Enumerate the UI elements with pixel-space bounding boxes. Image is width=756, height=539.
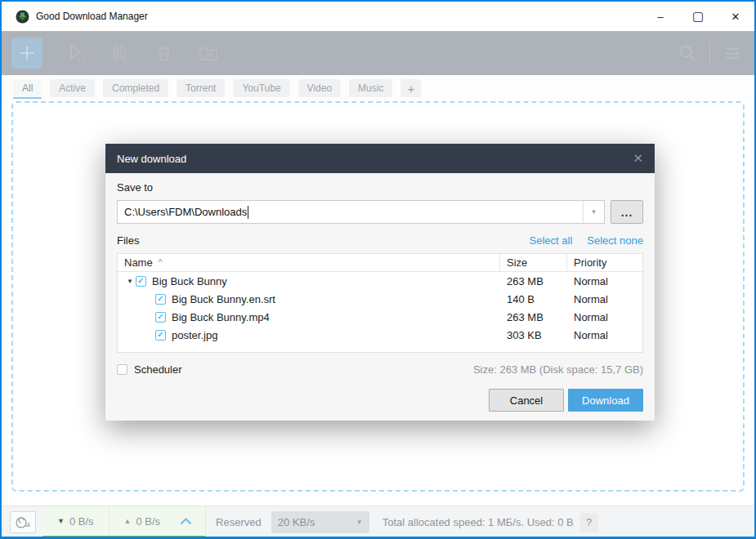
titlebar: Good Download Manager – ▢ ✕ <box>2 2 754 31</box>
file-size: 303 KB <box>500 326 567 344</box>
new-download-dialog: New download ✕ Save to C:\Users\FDM\Down… <box>105 144 655 421</box>
open-folder-button[interactable] <box>198 42 219 64</box>
table-row[interactable]: ✓ Big Buck Bunny.mp4 263 MB Normal <box>118 308 642 326</box>
files-table: Name ^ Size Priority ▼ ✓ Big Buck Bunny … <box>117 253 643 353</box>
dialog-header: New download ✕ <box>105 144 655 173</box>
hamburger-icon <box>722 43 742 63</box>
snail-mode-button[interactable] <box>10 511 36 533</box>
toolbar-right <box>677 41 754 65</box>
play-icon <box>65 42 87 64</box>
file-name: Big Buck Bunny <box>152 275 227 287</box>
dialog-close-icon[interactable]: ✕ <box>633 151 643 166</box>
chevron-up-icon <box>180 518 192 525</box>
row-checkbox-checked[interactable]: ✓ <box>155 294 166 305</box>
maximize-button[interactable]: ▢ <box>679 2 717 31</box>
window-controls: – ▢ ✕ <box>642 2 754 31</box>
save-path-input[interactable]: C:\Users\FDM\Downloads ▼ <box>117 200 605 224</box>
tab-all[interactable]: All <box>13 79 42 97</box>
save-to-label: Save to <box>117 181 643 194</box>
download-button[interactable]: Download <box>568 389 643 412</box>
file-name: Big Buck Bunny.mp4 <box>172 311 270 323</box>
tab-youtube[interactable]: YouTube <box>233 79 289 97</box>
file-size: 263 MB <box>500 308 567 326</box>
file-priority: Normal <box>567 326 642 344</box>
pause-all-button[interactable] <box>110 42 131 64</box>
download-arrow-icon: ▼ <box>57 517 65 525</box>
reserved-speed-dropdown[interactable]: 20 KB/s ▼ <box>271 511 369 533</box>
file-priority: Normal <box>567 290 642 308</box>
table-header-row: Name ^ Size Priority <box>118 254 642 272</box>
tab-completed[interactable]: Completed <box>103 79 168 97</box>
tab-video[interactable]: Video <box>298 79 341 97</box>
table-row[interactable]: ✓ poster.jpg 303 KB Normal <box>118 326 642 344</box>
table-row[interactable]: ✓ Big Buck Bunny.en.srt 140 B Normal <box>118 290 642 308</box>
expand-speed-panel-button[interactable] <box>175 506 205 536</box>
reserved-speed-value: 20 KB/s <box>278 516 315 528</box>
toolbar-divider <box>709 41 710 65</box>
column-header-size[interactable]: Size <box>500 254 567 271</box>
scheduler-checkbox-unchecked[interactable] <box>117 364 127 375</box>
trash-icon <box>154 43 174 63</box>
download-speed-value: 0 B/s <box>69 515 94 528</box>
select-none-link[interactable]: Select none <box>587 234 643 247</box>
dialog-footer: Cancel Download <box>489 389 643 412</box>
resume-all-button[interactable] <box>65 42 87 64</box>
dialog-title: New download <box>117 153 186 165</box>
file-priority: Normal <box>567 308 642 326</box>
tab-add[interactable]: + <box>400 79 421 97</box>
minimize-button[interactable]: – <box>642 2 679 31</box>
download-speed: ▼ 0 B/s <box>42 506 110 536</box>
file-links: Select all Select none <box>530 234 643 247</box>
upload-speed: ▲ 0 B/s <box>110 506 176 536</box>
app-window: Good Download Manager – ▢ ✕ <box>0 0 756 539</box>
plus-icon <box>18 44 36 62</box>
file-name: poster.jpg <box>172 329 217 341</box>
file-size: 140 B <box>500 290 567 308</box>
name-column-label: Name <box>124 256 153 269</box>
folder-arrow-icon <box>198 42 219 64</box>
search-button[interactable] <box>677 42 698 64</box>
cancel-button[interactable]: Cancel <box>489 389 564 412</box>
sort-ascending-icon: ^ <box>159 258 163 267</box>
size-summary: Size: 263 MB (Disk space: 15,7 GB) <box>473 363 643 376</box>
table-row[interactable]: ▼ ✓ Big Buck Bunny 263 MB Normal <box>118 272 642 290</box>
row-checkbox-checked[interactable]: ✓ <box>136 276 146 287</box>
column-header-name[interactable]: Name ^ <box>118 254 500 271</box>
statusbar-divider <box>205 506 206 538</box>
app-icon <box>16 10 29 24</box>
delete-button[interactable] <box>154 42 175 64</box>
upload-speed-value: 0 B/s <box>136 515 160 528</box>
row-checkbox-checked[interactable]: ✓ <box>155 312 166 323</box>
browse-button[interactable]: ... <box>611 200 643 224</box>
scheduler-label[interactable]: Scheduler <box>134 363 182 376</box>
search-icon <box>678 43 697 63</box>
toolbar <box>2 31 754 75</box>
pause-icon <box>110 42 131 64</box>
path-row: C:\Users\FDM\Downloads ▼ ... <box>117 200 643 224</box>
text-cursor <box>248 206 248 219</box>
window-title: Good Download Manager <box>36 11 148 22</box>
tab-music[interactable]: Music <box>349 79 392 97</box>
files-row: Files Select all Select none <box>117 234 643 247</box>
help-button[interactable]: ? <box>580 513 598 532</box>
dialog-body: Save to C:\Users\FDM\Downloads ▼ ... Fil… <box>105 173 655 376</box>
files-label: Files <box>117 234 139 247</box>
tab-active[interactable]: Active <box>50 79 95 97</box>
upload-arrow-icon: ▲ <box>124 517 132 525</box>
close-button[interactable]: ✕ <box>717 2 754 31</box>
tabbar: All Active Completed Torrent YouTube Vid… <box>2 75 754 101</box>
speed-panel: ▼ 0 B/s ▲ 0 B/s <box>42 506 205 538</box>
menu-button[interactable] <box>722 42 743 64</box>
tab-torrent[interactable]: Torrent <box>177 79 225 97</box>
file-priority: Normal <box>567 272 642 290</box>
total-allocated-text: Total allocated speed: 1 МБ/s. Used: 0 B <box>382 516 574 528</box>
column-header-priority[interactable]: Priority <box>567 254 642 271</box>
save-path-value: C:\Users\FDM\Downloads <box>118 206 247 218</box>
scheduler-row: Scheduler Size: 263 MB (Disk space: 15,7… <box>117 363 643 376</box>
select-all-link[interactable]: Select all <box>530 234 573 247</box>
path-dropdown-button[interactable]: ▼ <box>583 201 604 223</box>
file-size: 263 MB <box>500 272 567 290</box>
row-checkbox-checked[interactable]: ✓ <box>155 330 166 341</box>
collapse-expander-icon[interactable]: ▼ <box>124 278 136 285</box>
add-download-button[interactable] <box>11 38 42 69</box>
